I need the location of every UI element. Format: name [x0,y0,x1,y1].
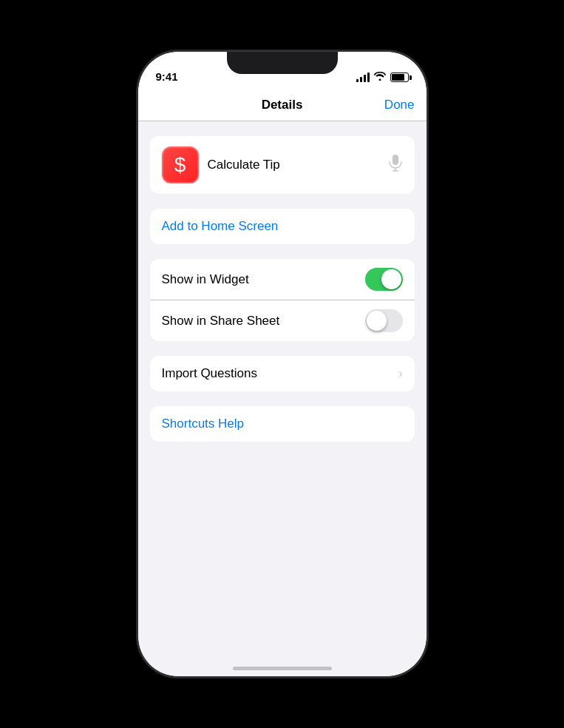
show-in-share-sheet-toggle[interactable] [365,309,403,332]
toggle-section: Show in Widget Show in Share Sheet [150,259,415,341]
shortcut-card: $ Calculate Tip [150,136,415,194]
add-to-home-screen-card[interactable]: Add to Home Screen [150,209,415,244]
import-questions-card[interactable]: Import Questions › [150,356,415,391]
navigation-bar: Details Done [138,89,427,121]
signal-icon [356,73,370,82]
shortcuts-help-card[interactable]: Shortcuts Help [150,406,415,442]
battery-fill [392,74,405,81]
done-button[interactable]: Done [384,98,415,112]
microphone-icon[interactable] [388,154,403,176]
shortcuts-help-label[interactable]: Shortcuts Help [162,417,245,431]
add-to-home-screen-row[interactable]: Add to Home Screen [150,209,415,244]
chevron-right-icon: › [398,367,402,380]
add-to-home-screen-label[interactable]: Add to Home Screen [162,219,279,234]
shortcut-app-icon: $ [162,146,199,183]
status-time: 9:41 [156,70,178,83]
phone-shell: 9:41 [138,52,427,676]
shortcut-row: $ Calculate Tip [150,136,415,194]
notch [227,52,338,74]
shortcut-icon-symbol: $ [174,153,186,177]
toggle-thumb-widget [381,269,401,289]
status-icons [356,72,409,83]
battery-icon [390,73,409,82]
shortcut-name: Calculate Tip [208,158,379,172]
shortcuts-help-row[interactable]: Shortcuts Help [150,406,415,442]
show-in-share-sheet-label: Show in Share Sheet [162,314,280,328]
home-indicator [233,667,332,670]
nav-title: Details [262,98,303,112]
show-in-widget-toggle[interactable] [365,268,403,291]
toggle-thumb-share [367,311,387,331]
import-questions-row[interactable]: Import Questions › [150,356,415,391]
show-in-widget-label: Show in Widget [162,272,249,287]
import-questions-label: Import Questions [162,366,257,381]
wifi-icon [374,72,386,83]
svg-rect-0 [393,155,398,165]
content-area: $ Calculate Tip Add t [138,121,427,676]
screen: 9:41 [138,52,427,676]
show-in-widget-row: Show in Widget [150,259,415,300]
show-in-share-sheet-row: Show in Share Sheet [150,300,415,341]
